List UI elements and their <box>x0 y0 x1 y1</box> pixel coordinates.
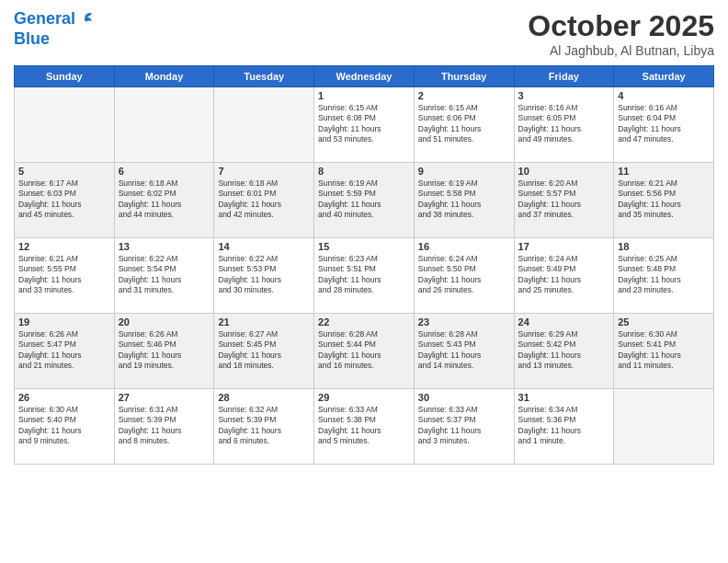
day-info: Sunrise: 6:19 AM Sunset: 5:59 PM Dayligh… <box>318 178 410 221</box>
day-number: 30 <box>418 392 510 403</box>
header: General Blue October 2025 Al Jaghbub, Al… <box>14 9 714 58</box>
day-number: 1 <box>318 90 410 101</box>
day-info: Sunrise: 6:21 AM Sunset: 5:55 PM Dayligh… <box>18 254 110 296</box>
calendar-day-cell: 17Sunrise: 6:24 AM Sunset: 5:49 PM Dayli… <box>514 238 614 314</box>
day-info: Sunrise: 6:16 AM Sunset: 6:05 PM Dayligh… <box>518 103 610 145</box>
calendar-day-cell: 9Sunrise: 6:19 AM Sunset: 5:58 PM Daylig… <box>414 163 514 238</box>
day-info: Sunrise: 6:23 AM Sunset: 5:51 PM Dayligh… <box>318 254 410 296</box>
day-number: 18 <box>618 241 710 252</box>
calendar-header-row: SundayMondayTuesdayWednesdayThursdayFrid… <box>15 66 714 87</box>
day-number: 10 <box>518 166 610 177</box>
day-number: 19 <box>18 316 110 327</box>
calendar-day-cell: 13Sunrise: 6:22 AM Sunset: 5:54 PM Dayli… <box>114 238 214 314</box>
calendar-day-cell <box>214 87 314 163</box>
weekday-header: Sunday <box>15 66 115 87</box>
calendar-day-cell: 16Sunrise: 6:24 AM Sunset: 5:50 PM Dayli… <box>414 238 514 314</box>
day-number: 24 <box>518 316 610 327</box>
calendar-day-cell: 10Sunrise: 6:20 AM Sunset: 5:57 PM Dayli… <box>514 163 614 238</box>
day-info: Sunrise: 6:31 AM Sunset: 5:39 PM Dayligh… <box>119 405 210 447</box>
day-info: Sunrise: 6:33 AM Sunset: 5:37 PM Dayligh… <box>418 405 510 447</box>
location: Al Jaghbub, Al Butnan, Libya <box>528 43 714 58</box>
day-number: 27 <box>119 392 210 403</box>
day-info: Sunrise: 6:26 AM Sunset: 5:47 PM Dayligh… <box>18 329 110 372</box>
day-number: 8 <box>318 166 410 177</box>
day-info: Sunrise: 6:17 AM Sunset: 6:03 PM Dayligh… <box>18 178 110 221</box>
calendar-day-cell: 8Sunrise: 6:19 AM Sunset: 5:59 PM Daylig… <box>314 163 415 238</box>
day-number: 23 <box>418 316 510 327</box>
calendar-day-cell: 4Sunrise: 6:16 AM Sunset: 6:04 PM Daylig… <box>614 87 714 163</box>
day-number: 4 <box>618 90 710 101</box>
calendar-week-row: 5Sunrise: 6:17 AM Sunset: 6:03 PM Daylig… <box>15 163 714 238</box>
day-number: 11 <box>618 166 710 177</box>
day-info: Sunrise: 6:24 AM Sunset: 5:49 PM Dayligh… <box>518 254 610 296</box>
calendar-week-row: 26Sunrise: 6:30 AM Sunset: 5:40 PM Dayli… <box>15 389 714 465</box>
calendar-day-cell: 6Sunrise: 6:18 AM Sunset: 6:02 PM Daylig… <box>114 163 214 238</box>
weekday-header: Tuesday <box>214 66 314 87</box>
day-number: 2 <box>418 90 510 101</box>
calendar-day-cell: 12Sunrise: 6:21 AM Sunset: 5:55 PM Dayli… <box>15 238 115 314</box>
calendar-day-cell: 3Sunrise: 6:16 AM Sunset: 6:05 PM Daylig… <box>514 87 614 163</box>
calendar-week-row: 1Sunrise: 6:15 AM Sunset: 6:08 PM Daylig… <box>15 87 714 163</box>
day-info: Sunrise: 6:19 AM Sunset: 5:58 PM Dayligh… <box>418 178 510 221</box>
day-number: 15 <box>318 241 410 252</box>
day-info: Sunrise: 6:18 AM Sunset: 6:01 PM Dayligh… <box>218 178 310 221</box>
day-number: 6 <box>119 166 210 177</box>
calendar-day-cell: 27Sunrise: 6:31 AM Sunset: 5:39 PM Dayli… <box>114 389 214 465</box>
calendar-day-cell: 18Sunrise: 6:25 AM Sunset: 5:48 PM Dayli… <box>614 238 714 314</box>
day-info: Sunrise: 6:21 AM Sunset: 5:56 PM Dayligh… <box>618 178 710 221</box>
calendar-day-cell: 23Sunrise: 6:28 AM Sunset: 5:43 PM Dayli… <box>414 314 514 389</box>
day-info: Sunrise: 6:22 AM Sunset: 5:53 PM Dayligh… <box>218 254 310 296</box>
weekday-header: Thursday <box>414 66 514 87</box>
day-number: 31 <box>518 392 610 403</box>
day-number: 29 <box>318 392 410 403</box>
day-info: Sunrise: 6:27 AM Sunset: 5:45 PM Dayligh… <box>218 329 310 372</box>
day-info: Sunrise: 6:15 AM Sunset: 6:06 PM Dayligh… <box>418 103 510 145</box>
calendar-day-cell: 24Sunrise: 6:29 AM Sunset: 5:42 PM Dayli… <box>514 314 614 389</box>
day-number: 25 <box>618 316 710 327</box>
day-info: Sunrise: 6:28 AM Sunset: 5:43 PM Dayligh… <box>418 329 510 372</box>
day-info: Sunrise: 6:33 AM Sunset: 5:38 PM Dayligh… <box>318 405 410 447</box>
day-number: 3 <box>518 90 610 101</box>
calendar-day-cell: 30Sunrise: 6:33 AM Sunset: 5:37 PM Dayli… <box>414 389 514 465</box>
calendar-day-cell: 29Sunrise: 6:33 AM Sunset: 5:38 PM Dayli… <box>314 389 415 465</box>
calendar-day-cell: 28Sunrise: 6:32 AM Sunset: 5:39 PM Dayli… <box>214 389 314 465</box>
day-info: Sunrise: 6:29 AM Sunset: 5:42 PM Dayligh… <box>518 329 610 372</box>
day-number: 7 <box>218 166 310 177</box>
calendar-day-cell: 31Sunrise: 6:34 AM Sunset: 5:36 PM Dayli… <box>514 389 614 465</box>
calendar-day-cell: 1Sunrise: 6:15 AM Sunset: 6:08 PM Daylig… <box>314 87 415 163</box>
weekday-header: Wednesday <box>314 66 415 87</box>
day-info: Sunrise: 6:32 AM Sunset: 5:39 PM Dayligh… <box>218 405 310 447</box>
day-number: 16 <box>418 241 510 252</box>
page: General Blue October 2025 Al Jaghbub, Al… <box>0 0 728 563</box>
calendar-day-cell: 15Sunrise: 6:23 AM Sunset: 5:51 PM Dayli… <box>314 238 415 314</box>
day-info: Sunrise: 6:25 AM Sunset: 5:48 PM Dayligh… <box>618 254 710 296</box>
day-number: 13 <box>119 241 210 252</box>
logo-bird-icon <box>77 11 94 28</box>
day-info: Sunrise: 6:30 AM Sunset: 5:41 PM Dayligh… <box>618 329 710 372</box>
weekday-header: Saturday <box>614 66 714 87</box>
calendar-day-cell: 2Sunrise: 6:15 AM Sunset: 6:06 PM Daylig… <box>414 87 514 163</box>
calendar-day-cell <box>614 389 714 465</box>
weekday-header: Friday <box>514 66 614 87</box>
day-info: Sunrise: 6:26 AM Sunset: 5:46 PM Dayligh… <box>119 329 210 372</box>
day-info: Sunrise: 6:15 AM Sunset: 6:08 PM Dayligh… <box>318 103 410 145</box>
day-number: 5 <box>18 166 110 177</box>
calendar-table: SundayMondayTuesdayWednesdayThursdayFrid… <box>14 65 714 465</box>
day-number: 17 <box>518 241 610 252</box>
logo-text: General <box>14 9 75 29</box>
day-info: Sunrise: 6:24 AM Sunset: 5:50 PM Dayligh… <box>418 254 510 296</box>
day-info: Sunrise: 6:28 AM Sunset: 5:44 PM Dayligh… <box>318 329 410 372</box>
calendar-day-cell: 7Sunrise: 6:18 AM Sunset: 6:01 PM Daylig… <box>214 163 314 238</box>
calendar-day-cell: 5Sunrise: 6:17 AM Sunset: 6:03 PM Daylig… <box>15 163 115 238</box>
calendar-week-row: 12Sunrise: 6:21 AM Sunset: 5:55 PM Dayli… <box>15 238 714 314</box>
title-block: October 2025 Al Jaghbub, Al Butnan, Liby… <box>528 9 714 58</box>
day-info: Sunrise: 6:22 AM Sunset: 5:54 PM Dayligh… <box>119 254 210 296</box>
calendar-week-row: 19Sunrise: 6:26 AM Sunset: 5:47 PM Dayli… <box>15 314 714 389</box>
day-info: Sunrise: 6:16 AM Sunset: 6:04 PM Dayligh… <box>618 103 710 145</box>
calendar-day-cell: 21Sunrise: 6:27 AM Sunset: 5:45 PM Dayli… <box>214 314 314 389</box>
logo-line2: Blue <box>14 29 94 50</box>
logo: General Blue <box>14 9 94 49</box>
day-number: 14 <box>218 241 310 252</box>
day-number: 21 <box>218 316 310 327</box>
calendar-day-cell: 22Sunrise: 6:28 AM Sunset: 5:44 PM Dayli… <box>314 314 415 389</box>
